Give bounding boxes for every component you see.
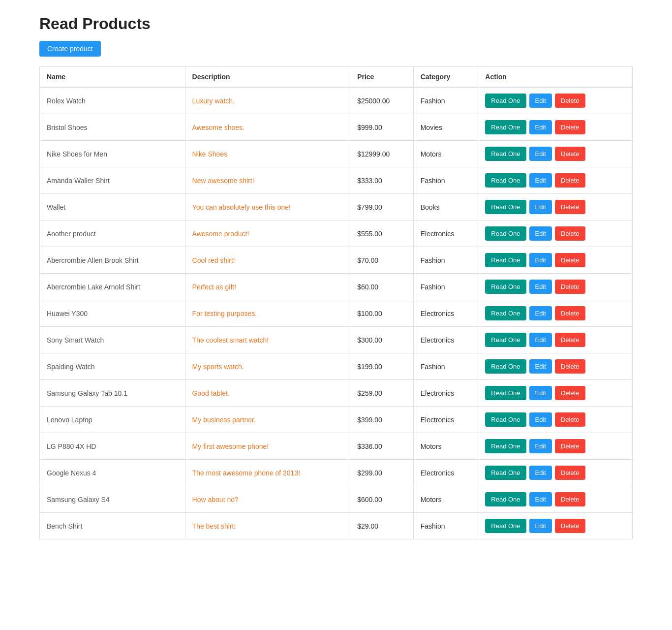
edit-button[interactable]: Edit (529, 359, 552, 374)
product-price: $399.00 (350, 407, 414, 433)
product-category: Books (413, 194, 478, 220)
product-price: $60.00 (350, 274, 414, 300)
product-category: Fashion (413, 167, 478, 194)
product-name: Wallet (40, 194, 185, 220)
delete-button[interactable]: Delete (555, 466, 585, 480)
edit-button[interactable]: Edit (529, 439, 552, 453)
product-name: Lenovo Laptop (40, 407, 185, 433)
product-actions: Read OneEditDelete (478, 274, 633, 300)
product-price: $555.00 (350, 220, 414, 247)
read-one-button[interactable]: Read One (485, 492, 526, 506)
delete-button[interactable]: Delete (555, 306, 585, 320)
read-one-button[interactable]: Read One (485, 306, 526, 320)
product-name: Amanda Waller Shirt (40, 167, 185, 194)
edit-button[interactable]: Edit (529, 94, 552, 108)
edit-button[interactable]: Edit (529, 120, 552, 134)
delete-button[interactable]: Delete (555, 94, 585, 108)
delete-button[interactable]: Delete (555, 226, 585, 241)
product-category: Electronics (413, 327, 478, 353)
edit-button[interactable]: Edit (529, 386, 552, 400)
delete-button[interactable]: Delete (555, 359, 585, 374)
product-name: Abercrombie Allen Brook Shirt (40, 247, 185, 274)
product-description: The best shirt! (185, 513, 350, 539)
read-one-button[interactable]: Read One (485, 253, 526, 267)
edit-button[interactable]: Edit (529, 173, 552, 188)
product-actions: Read OneEditDelete (478, 460, 633, 486)
table-header-row: Name Description Price Category Action (40, 67, 633, 88)
read-one-button[interactable]: Read One (485, 466, 526, 480)
product-price: $100.00 (350, 300, 414, 327)
edit-button[interactable]: Edit (529, 466, 552, 480)
read-one-button[interactable]: Read One (485, 333, 526, 347)
product-category: Electronics (413, 220, 478, 247)
product-description: The coolest smart watch! (185, 327, 350, 353)
table-row: Rolex WatchLuxury watch.$25000.00Fashion… (40, 87, 633, 114)
delete-button[interactable]: Delete (555, 200, 585, 214)
product-price: $70.00 (350, 247, 414, 274)
product-description: You can absolutely use this one! (185, 194, 350, 220)
read-one-button[interactable]: Read One (485, 173, 526, 188)
product-description: Nike Shoes (185, 141, 350, 167)
read-one-button[interactable]: Read One (485, 359, 526, 374)
delete-button[interactable]: Delete (555, 412, 585, 427)
table-row: Sony Smart WatchThe coolest smart watch!… (40, 327, 633, 353)
read-one-button[interactable]: Read One (485, 386, 526, 400)
read-one-button[interactable]: Read One (485, 147, 526, 161)
product-name: Another product (40, 220, 185, 247)
delete-button[interactable]: Delete (555, 120, 585, 134)
edit-button[interactable]: Edit (529, 147, 552, 161)
delete-button[interactable]: Delete (555, 280, 585, 294)
product-actions: Read OneEditDelete (478, 513, 633, 539)
product-description: New awesome shirt! (185, 167, 350, 194)
read-one-button[interactable]: Read One (485, 120, 526, 134)
product-actions: Read OneEditDelete (478, 194, 633, 220)
edit-button[interactable]: Edit (529, 226, 552, 241)
edit-button[interactable]: Edit (529, 412, 552, 427)
column-description: Description (185, 67, 350, 88)
product-name: Rolex Watch (40, 87, 185, 114)
table-row: Abercrombie Allen Brook ShirtCool red sh… (40, 247, 633, 274)
product-price: $799.00 (350, 194, 414, 220)
read-one-button[interactable]: Read One (485, 280, 526, 294)
product-name: Samsung Galaxy Tab 10.1 (40, 380, 185, 407)
table-row: Samsung Galaxy Tab 10.1Good tablet.$259.… (40, 380, 633, 407)
product-actions: Read OneEditDelete (478, 380, 633, 407)
create-product-button[interactable]: Create product (39, 41, 101, 57)
edit-button[interactable]: Edit (529, 333, 552, 347)
read-one-button[interactable]: Read One (485, 519, 526, 533)
delete-button[interactable]: Delete (555, 519, 585, 533)
product-category: Fashion (413, 513, 478, 539)
product-actions: Read OneEditDelete (478, 486, 633, 513)
table-row: Nike Shoes for MenNike Shoes$12999.00Mot… (40, 141, 633, 167)
read-one-button[interactable]: Read One (485, 200, 526, 214)
table-row: Samsung Galaxy S4How about no?$600.00Mot… (40, 486, 633, 513)
delete-button[interactable]: Delete (555, 333, 585, 347)
product-actions: Read OneEditDelete (478, 247, 633, 274)
product-price: $29.00 (350, 513, 414, 539)
product-description: For testing purposes. (185, 300, 350, 327)
edit-button[interactable]: Edit (529, 200, 552, 214)
product-category: Electronics (413, 380, 478, 407)
delete-button[interactable]: Delete (555, 173, 585, 188)
read-one-button[interactable]: Read One (485, 412, 526, 427)
edit-button[interactable]: Edit (529, 519, 552, 533)
delete-button[interactable]: Delete (555, 439, 585, 453)
edit-button[interactable]: Edit (529, 492, 552, 506)
read-one-button[interactable]: Read One (485, 439, 526, 453)
read-one-button[interactable]: Read One (485, 94, 526, 108)
delete-button[interactable]: Delete (555, 386, 585, 400)
product-name: Huawei Y300 (40, 300, 185, 327)
edit-button[interactable]: Edit (529, 253, 552, 267)
table-row: Google Nexus 4The most awesome phone of … (40, 460, 633, 486)
product-description: Cool red shirt! (185, 247, 350, 274)
table-row: Amanda Waller ShirtNew awesome shirt!$33… (40, 167, 633, 194)
product-category: Electronics (413, 460, 478, 486)
product-actions: Read OneEditDelete (478, 220, 633, 247)
edit-button[interactable]: Edit (529, 306, 552, 320)
delete-button[interactable]: Delete (555, 147, 585, 161)
edit-button[interactable]: Edit (529, 280, 552, 294)
delete-button[interactable]: Delete (555, 253, 585, 267)
delete-button[interactable]: Delete (555, 492, 585, 506)
read-one-button[interactable]: Read One (485, 226, 526, 241)
column-action: Action (478, 67, 633, 88)
